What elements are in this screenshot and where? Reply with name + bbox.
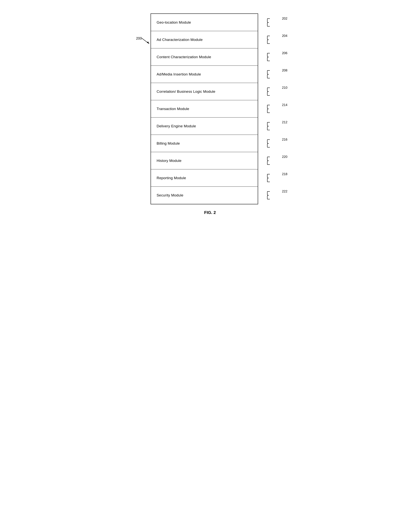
reporting-module: Reporting Module218 [151, 169, 258, 187]
delivery-engine-module-ref: 212 [266, 122, 277, 130]
content-characterization-module-ref-num: 206 [282, 51, 287, 55]
security-module-ref: 222 [266, 191, 277, 200]
security-module-label: Security Module [157, 193, 184, 197]
security-module-bracket-icon [266, 191, 277, 200]
ad-characterization-module-ref-num: 204 [282, 34, 287, 38]
correlation-business-logic-module-ref-num: 210 [282, 86, 287, 90]
ad-media-insertion-module-label: Ad/Media Insertion Module [157, 72, 201, 76]
reporting-module-ref-num: 218 [282, 172, 287, 176]
delivery-engine-module: Delivery Engine Module212 [151, 118, 258, 135]
billing-module-bracket-icon [266, 139, 277, 148]
correlation-business-logic-module-bracket-icon [266, 87, 277, 96]
transaction-module-bracket-icon [266, 105, 277, 113]
history-module-ref: 220 [266, 157, 277, 165]
page-container: 200 Geo-location Module202Ad Characteriz… [135, 8, 285, 215]
delivery-engine-module-label: Delivery Engine Module [157, 124, 196, 128]
ad-media-insertion-module-bracket-icon [266, 70, 277, 79]
history-module: History Module220 [151, 152, 258, 169]
billing-module-ref: 216 [266, 139, 277, 148]
security-module-ref-num: 222 [282, 190, 287, 193]
geo-location-module-ref-num: 202 [282, 17, 287, 20]
security-module: Security Module222 [151, 187, 258, 204]
history-module-bracket-icon [266, 157, 277, 165]
geo-location-module: Geo-location Module202 [151, 14, 258, 31]
ad-media-insertion-module-ref-num: 208 [282, 69, 287, 72]
correlation-business-logic-module: Correlation/ Business Logic Module210 [151, 83, 258, 100]
ad-characterization-module-ref: 204 [266, 36, 277, 44]
label-200: 200 [136, 37, 142, 40]
billing-module-ref-num: 216 [282, 138, 287, 142]
reporting-module-label: Reporting Module [157, 176, 186, 180]
history-module-ref-num: 220 [282, 155, 287, 159]
content-characterization-module-ref: 206 [266, 53, 277, 61]
history-module-label: History Module [157, 159, 182, 163]
content-characterization-module-label: Content Characterization Module [157, 55, 211, 59]
figure-label: FIG. 2 [135, 210, 285, 215]
reporting-module-ref: 218 [266, 174, 277, 182]
ad-media-insertion-module-ref: 208 [266, 70, 277, 79]
ad-media-insertion-module: Ad/Media Insertion Module208 [151, 66, 258, 83]
correlation-business-logic-module-label: Correlation/ Business Logic Module [157, 90, 215, 94]
geo-location-module-bracket-icon [266, 18, 277, 27]
content-characterization-module: Content Characterization Module206 [151, 48, 258, 66]
transaction-module-label: Transaction Module [157, 107, 189, 111]
billing-module-label: Billing Module [157, 141, 180, 146]
delivery-engine-module-ref-num: 212 [282, 121, 287, 124]
arrow-200-icon [142, 38, 152, 46]
ad-characterization-module: Ad Characterization Module204 [151, 31, 258, 48]
ad-characterization-module-label: Ad Characterization Module [157, 38, 203, 42]
correlation-business-logic-module-ref: 210 [266, 87, 277, 96]
billing-module: Billing Module216 [151, 135, 258, 152]
module-stack: Geo-location Module202Ad Characterizatio… [151, 13, 258, 204]
transaction-module: Transaction Module214 [151, 100, 258, 118]
content-characterization-module-bracket-icon [266, 53, 277, 61]
geo-location-module-label: Geo-location Module [157, 20, 191, 25]
transaction-module-ref-num: 214 [282, 103, 287, 107]
ad-characterization-module-bracket-icon [266, 36, 277, 44]
geo-location-module-ref: 202 [266, 18, 277, 27]
diagram-area: 200 Geo-location Module202Ad Characteriz… [151, 13, 285, 204]
svg-marker-1 [147, 41, 149, 44]
delivery-engine-module-bracket-icon [266, 122, 277, 130]
transaction-module-ref: 214 [266, 105, 277, 113]
reporting-module-bracket-icon [266, 174, 277, 182]
